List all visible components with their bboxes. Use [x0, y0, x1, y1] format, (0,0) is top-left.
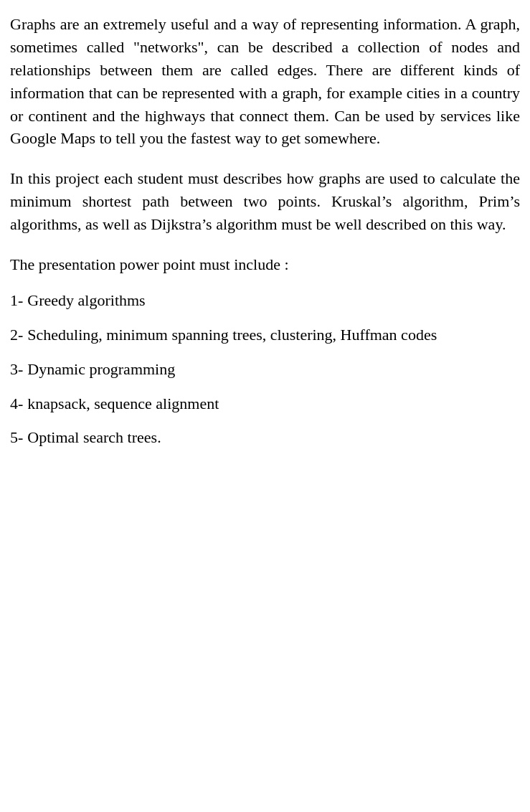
list-item-text: Optimal search trees. [27, 428, 161, 446]
list-item-3: 3-Dynamic programming [10, 358, 520, 381]
list-number: 5- [10, 428, 23, 446]
list-section: The presentation power point must includ… [10, 253, 520, 449]
list-item-4: 4-knapsack, sequence alignment [10, 392, 520, 415]
list-items-container: 1-Greedy algorithms2-Scheduling, minimum… [10, 289, 520, 449]
list-heading: The presentation power point must includ… [10, 253, 520, 276]
paragraph-2: In this project each student must descri… [10, 167, 520, 236]
list-item-5: 5-Optimal search trees. [10, 426, 520, 449]
list-item-text: Dynamic programming [27, 360, 175, 378]
list-item-text: Greedy algorithms [27, 291, 145, 309]
list-number: 3- [10, 360, 23, 378]
paragraph-1: Graphs are an extremely useful and a way… [10, 13, 520, 150]
list-number: 4- [10, 395, 23, 412]
list-item-text: knapsack, sequence alignment [27, 395, 219, 412]
list-item-text: Scheduling, minimum spanning trees, clus… [27, 326, 437, 344]
list-item-1: 1-Greedy algorithms [10, 289, 520, 312]
page-container: Graphs are an extremely useful and a way… [0, 0, 530, 812]
list-item-2: 2-Scheduling, minimum spanning trees, cl… [10, 324, 520, 346]
list-number: 1- [10, 291, 23, 309]
list-number: 2- [10, 326, 23, 344]
